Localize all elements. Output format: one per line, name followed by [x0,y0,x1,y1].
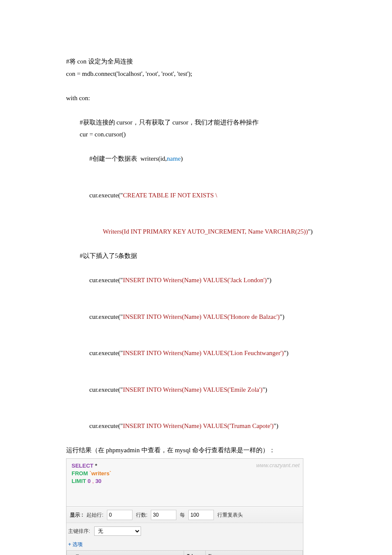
rows-label: 行数: [136,510,147,520]
code-block-1: #将 con 设定为全局连接 con = mdb.connect('localh… [66,55,326,444]
code-text: ") [274,422,278,429]
code-text: cur.execute(" [89,422,123,429]
code-text: ") [262,386,267,393]
dropdown-icon[interactable]: ▼ [98,554,104,555]
code-line: #获取连接的 cursor，只有获取了 cursor，我们才能进行各种操作 [66,116,326,129]
code-text: #创建一个数据表 writers(id, [89,155,167,162]
code-line: cur = con.cursor() [66,128,326,141]
sql-text: * [95,462,97,469]
sql-table: `writers` [89,470,111,477]
code-text: ") [308,228,313,235]
column-header-id[interactable]: Id [184,550,206,555]
results-table: ← T → ▼ Id Name 编辑复制删除1Jack London编辑复制删除… [66,550,303,555]
code-line [66,104,326,116]
watermark-text: www.crazyant.net [256,460,300,471]
code-text: INSERT INTO Writers(Name) VALUES('Honore… [123,313,280,320]
column-header-name[interactable]: Name [206,550,303,555]
document-page: #将 con 设定为全局连接 con = mdb.connect('localh… [0,0,392,555]
nav-arrows-label: ← T → [69,554,86,555]
sql-number: 0 [88,478,91,484]
rows-input[interactable] [151,510,176,520]
display-label: 显示 : [70,510,83,520]
sql-number: 30 [95,478,101,484]
code-text: ") [280,313,284,320]
code-line: cur.execute("CREATE TABLE IF NOT EXISTS … [66,177,326,214]
code-text: ") [284,350,288,356]
code-text: INSERT INTO Writers(Name) VALUES('Jack L… [123,277,267,283]
start-row-label: 起始行: [86,510,103,520]
code-text: ) [181,155,183,162]
code-line: cur.execute("INSERT INTO Writers(Name) V… [66,371,326,408]
code-text: cur.execute(" [89,350,123,356]
code-text: CREATE TABLE IF NOT EXISTS \ [123,192,217,199]
code-text: cur.execute(" [89,192,123,199]
code-line: cur.execute("INSERT INTO Writers(Name) V… [66,262,326,299]
sort-row: 主键排序: 无 [66,523,303,538]
code-line: cur.execute("INSERT INTO Writers(Name) V… [66,335,326,372]
code-text: INSERT INTO Writers(Name) VALUES('Lion F… [123,350,284,356]
code-text: name [167,155,181,162]
code-text: INSERT INTO Writers(Name) VALUES('Truman… [123,422,274,429]
result-caption: 运行结果（在 phpmyadmin 中查看，在 mysql 命令行查看结果是一样… [66,444,326,457]
column-header-actions[interactable]: ← T → ▼ [67,550,184,555]
code-line: #以下插入了5条数据 [66,250,326,262]
sql-keyword: FROM [72,470,88,477]
per-input[interactable] [188,510,214,520]
repeat-header-label: 行重复表头 [217,510,243,520]
code-line: cur.execute("INSERT INTO Writers(Name) V… [66,298,326,335]
code-line [66,80,326,92]
code-text: INSERT INTO Writers(Name) VALUES('Emile … [123,386,262,393]
code-text: Writers(Id INT PRIMARY KEY AUTO_INCREMEN… [103,228,308,235]
sql-keyword: LIMIT [72,478,86,484]
code-line: with con: [66,92,326,104]
code-text: cur.execute(" [89,277,123,283]
code-text: ") [267,277,271,283]
code-line: Writers(Id INT PRIMARY KEY AUTO_INCREMEN… [66,214,326,250]
sql-text: , [91,478,95,484]
code-line: cur.execute("INSERT INTO Writers(Name) V… [66,408,326,445]
phpmyadmin-screenshot: www.crazyant.net SELECT * FROM `writers`… [66,458,303,555]
code-line: #创建一个数据表 writers(id,name) [66,141,326,177]
pagination-toolbar: 显示 : 起始行: 行数: 每 行重复表头 [66,507,303,523]
sort-select[interactable]: 无 [94,526,141,536]
code-text: cur.execute(" [89,313,123,320]
sort-label: 主键排序: [68,528,90,534]
per-label: 每 [180,510,185,520]
code-line: con = mdb.connect('localhost', 'root', '… [66,68,326,80]
code-line: #将 con 设定为全局连接 [66,55,326,68]
start-row-input[interactable] [107,510,133,520]
code-text: cur.execute(" [89,386,123,393]
sql-keyword: SELECT [72,462,93,469]
options-link[interactable]: + 选项 [66,538,303,550]
